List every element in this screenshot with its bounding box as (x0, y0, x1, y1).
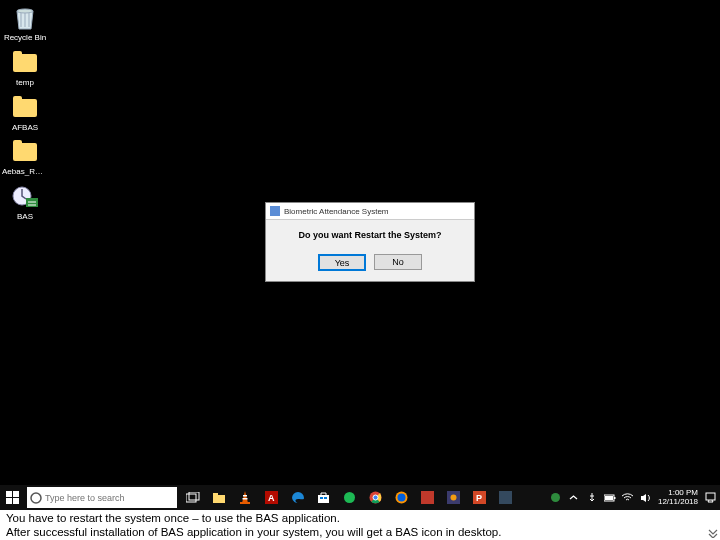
notifications-icon[interactable] (704, 492, 716, 504)
adobe-reader-icon[interactable]: A (263, 490, 279, 506)
folder-icon (11, 49, 39, 77)
search-input[interactable] (45, 493, 165, 503)
dialog-app-icon (270, 206, 280, 216)
task-view-icon[interactable] (185, 490, 201, 506)
icon-label: Aebas_RD_... (2, 168, 48, 177)
volume-icon[interactable] (640, 492, 652, 504)
svg-rect-6 (13, 498, 19, 504)
system-tray: 1:00 PM 12/11/2018 (550, 485, 720, 510)
svg-rect-10 (213, 495, 225, 503)
app-icon-2[interactable] (419, 490, 435, 506)
folder-icon (11, 138, 39, 166)
slide-caption: You have to restart the system once – to… (0, 510, 720, 540)
recycle-bin-icon[interactable]: Recycle Bin (2, 4, 48, 43)
restart-dialog: Biometric Attendance System Do you want … (265, 202, 475, 282)
app-icon-4[interactable] (497, 490, 513, 506)
svg-point-30 (450, 495, 456, 501)
svg-rect-3 (6, 491, 12, 497)
svg-rect-38 (706, 493, 715, 500)
explorer-icon[interactable] (211, 490, 227, 506)
powerpoint-icon[interactable]: P (471, 490, 487, 506)
svg-rect-17 (318, 495, 329, 503)
no-button[interactable]: No (374, 254, 422, 270)
app-icon[interactable] (341, 490, 357, 506)
chevron-up-icon[interactable] (568, 492, 580, 504)
store-icon[interactable] (315, 490, 331, 506)
icon-label: temp (16, 79, 34, 88)
usb-icon[interactable] (586, 492, 598, 504)
svg-rect-13 (243, 495, 247, 497)
svg-point-20 (344, 492, 355, 503)
svg-rect-9 (189, 492, 199, 500)
bas-app-icon[interactable]: BAS (2, 183, 48, 222)
svg-rect-14 (243, 498, 248, 500)
icon-label: BAS (17, 213, 33, 222)
svg-rect-19 (324, 497, 327, 499)
battery-icon[interactable] (604, 492, 616, 504)
svg-rect-12 (240, 502, 250, 504)
icon-label: Recycle Bin (4, 34, 46, 43)
clock[interactable]: 1:00 PM 12/11/2018 (658, 489, 698, 507)
cortana-icon (27, 492, 45, 504)
svg-rect-33 (499, 491, 512, 504)
svg-text:P: P (476, 493, 482, 503)
chrome-icon[interactable] (367, 490, 383, 506)
app-icon (11, 183, 39, 211)
svg-point-27 (397, 494, 405, 502)
svg-rect-28 (421, 491, 434, 504)
svg-point-34 (551, 493, 560, 502)
svg-rect-37 (605, 496, 613, 500)
svg-rect-5 (6, 498, 12, 504)
icon-label: AFBAS (12, 124, 38, 133)
date-text: 12/11/2018 (658, 498, 698, 507)
svg-text:A: A (268, 493, 275, 503)
desktop-icons: Recycle Bin temp AFBAS Aebas_RD_... BAS (2, 4, 48, 222)
taskbar: A P 1:00 PM 12/11/2018 (0, 485, 720, 510)
svg-rect-4 (13, 491, 19, 497)
firefox-icon[interactable] (393, 490, 409, 506)
dialog-button-row: Yes No (266, 250, 474, 281)
folder-icon (11, 94, 39, 122)
temp-folder-icon[interactable]: temp (2, 49, 48, 88)
start-button[interactable] (0, 485, 25, 510)
svg-point-0 (17, 9, 33, 13)
wifi-icon[interactable] (622, 492, 634, 504)
afbas-folder-icon[interactable]: AFBAS (2, 94, 48, 133)
trash-icon (11, 4, 39, 32)
dialog-message: Do you want Restart the System? (266, 220, 474, 250)
svg-point-7 (31, 493, 41, 503)
caption-line-1: You have to restart the system once – to… (6, 511, 714, 525)
dialog-titlebar[interactable]: Biometric Attendance System (266, 203, 474, 220)
app-icon-3[interactable] (445, 490, 461, 506)
svg-rect-18 (320, 497, 323, 499)
aebas-folder-icon[interactable]: Aebas_RD_... (2, 138, 48, 177)
search-box[interactable] (27, 487, 177, 508)
edge-icon[interactable] (289, 490, 305, 506)
dialog-title: Biometric Attendance System (284, 207, 389, 216)
svg-rect-11 (213, 493, 218, 496)
yes-button[interactable]: Yes (318, 254, 366, 271)
vlc-icon[interactable] (237, 490, 253, 506)
desktop[interactable]: Recycle Bin temp AFBAS Aebas_RD_... BAS (0, 0, 720, 485)
svg-rect-36 (614, 497, 616, 499)
tray-app-icon[interactable] (550, 492, 562, 504)
taskbar-pinned: A P (185, 485, 513, 510)
svg-rect-8 (186, 494, 196, 502)
caption-line-2: After successful installation of BAS app… (6, 525, 714, 539)
scroll-down-icon[interactable] (706, 526, 720, 540)
